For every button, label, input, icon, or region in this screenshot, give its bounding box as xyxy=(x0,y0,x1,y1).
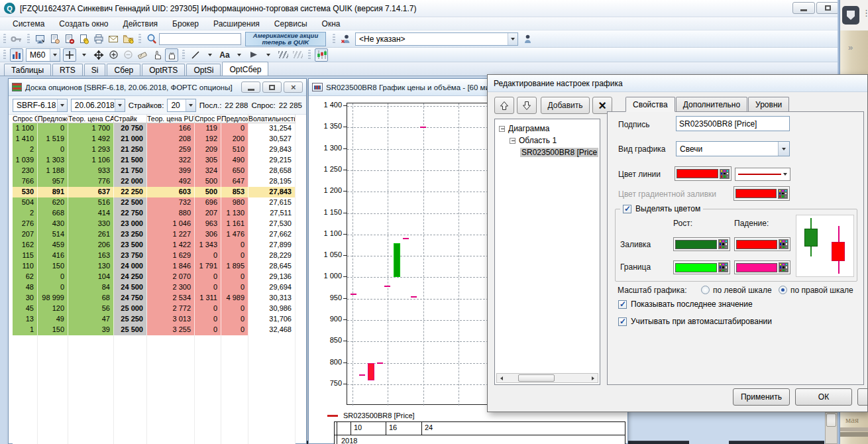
table-row[interactable]: 11015013024 0001 8461 7911 89528,645 xyxy=(13,261,296,272)
crosshair-dropdown[interactable] xyxy=(78,48,91,62)
table-row[interactable]: 1 0391 3031 10621 50032230549029,215 xyxy=(13,155,296,166)
toolbar-grip[interactable] xyxy=(138,34,141,44)
minimize-button[interactable] xyxy=(792,2,815,14)
table-row[interactable]: 53089163722 25060350085327,843 xyxy=(13,187,296,197)
column-header[interactable]: Теор. цена CAL xyxy=(68,115,114,123)
more-options-icon[interactable]: ⋮ xyxy=(862,8,868,18)
tab-optsber[interactable]: OptСбер xyxy=(222,62,268,76)
grab-hand-icon[interactable] xyxy=(165,48,178,62)
dialog-titlebar[interactable]: Редактирование настроек графика xyxy=(488,75,867,92)
monitor-icon[interactable] xyxy=(34,32,47,46)
chevron-down-icon[interactable] xyxy=(50,49,60,61)
table-row[interactable]: 1 4101 5191 49221 00020819220030,527 xyxy=(13,134,296,144)
move-down-button[interactable] xyxy=(517,97,537,114)
menu-broker[interactable]: Брокер xyxy=(165,18,206,30)
highlight-checkbox-row[interactable]: Выделять цветом xyxy=(620,204,703,213)
table-row[interactable]: 27643033023 0001 0469631 16127,530 xyxy=(13,219,296,229)
line-color-swatch[interactable] xyxy=(675,166,732,181)
fill-rise-swatch[interactable] xyxy=(673,237,730,251)
text-tool-dropdown[interactable] xyxy=(233,48,246,62)
table-row[interactable]: 3098 9996824 7502 5341 3114 98930,313 xyxy=(13,293,296,304)
menu-servisy[interactable]: Сервисы xyxy=(267,18,315,30)
crosshair-icon[interactable] xyxy=(63,48,76,62)
envelope-icon[interactable] xyxy=(107,32,120,46)
table-row[interactable]: 13494725 2503 0130031,706 xyxy=(13,314,296,325)
column-header[interactable]: Спрос C xyxy=(13,115,38,123)
scrollbar-thumb[interactable] xyxy=(518,374,555,382)
expiry-date-combo[interactable]: 20.06.2018 xyxy=(71,99,125,112)
text-tool-icon[interactable]: Aa xyxy=(218,48,231,62)
settings-tree[interactable]: Диаграмма Область 1 SR023500BR8 [Price xyxy=(494,119,600,385)
search-input[interactable] xyxy=(159,33,241,45)
scale-left-label[interactable]: по левой шкале xyxy=(713,286,772,295)
key-icon[interactable] xyxy=(10,32,23,46)
add-button[interactable]: Добавить xyxy=(541,97,590,114)
options-board-titlebar[interactable]: Доска опционов [SBRF-6.18, 20.06.2018, Ф… xyxy=(9,79,306,96)
toolbar-grip[interactable] xyxy=(27,34,30,44)
tab-si[interactable]: Si xyxy=(84,64,106,76)
autoscale-row[interactable]: Учитывать при автомасштабировании xyxy=(618,317,772,326)
column-header[interactable]: Волатильность xyxy=(248,115,296,123)
client-combo[interactable]: <Не указан> xyxy=(355,32,518,46)
scale-right-radio[interactable] xyxy=(779,286,787,294)
chevron-down-icon[interactable] xyxy=(778,142,789,156)
table-row[interactable]: 451205625 0002 7720030,986 xyxy=(13,304,296,314)
chart-type-combo[interactable]: Свечи xyxy=(676,141,790,156)
toolbar-grip[interactable] xyxy=(3,34,6,44)
table-row[interactable]: 16245920623 5001 4221 343027,899 xyxy=(13,240,296,250)
strikes-combo[interactable]: 20 xyxy=(167,99,195,112)
printer-icon[interactable] xyxy=(92,32,105,46)
scale-left-radio[interactable] xyxy=(701,286,710,294)
table-row[interactable]: 76695777622 00049250064728,195 xyxy=(13,176,296,187)
tree-item-area[interactable]: Область 1 xyxy=(495,135,600,146)
table-row[interactable]: 1 10001 70020 750166119031,254 xyxy=(13,123,296,134)
search-icon[interactable] xyxy=(145,32,158,46)
table-row[interactable]: 266841422 7508802071 13027,511 xyxy=(13,208,296,219)
gradient-color-swatch[interactable] xyxy=(733,186,790,201)
hatch-tool-icon[interactable] xyxy=(276,48,290,62)
table-row[interactable]: 50462051622 50073269698027,615 xyxy=(13,197,296,208)
document-hand-icon[interactable] xyxy=(48,32,62,46)
tab-optsi[interactable]: OptSi xyxy=(186,64,221,76)
chevron-down-icon[interactable] xyxy=(115,99,125,111)
menu-sistema[interactable]: Система xyxy=(5,18,52,30)
tab-rts[interactable]: RTS xyxy=(52,64,83,76)
table-row[interactable]: 2301 18893321 75039932465028,658 xyxy=(13,166,296,176)
border-fall-swatch[interactable] xyxy=(734,260,790,274)
line-tool-dropdown[interactable] xyxy=(203,48,217,62)
eraser-icon[interactable] xyxy=(136,48,149,62)
column-header[interactable]: Теор. цена PUT xyxy=(147,115,195,123)
tree-item-series[interactable]: SR023500BR8 [Price xyxy=(495,146,600,158)
folder-coins-icon[interactable] xyxy=(121,32,135,46)
maximize-button[interactable] xyxy=(262,82,282,93)
tab-dopolnitelno[interactable]: Дополнительно xyxy=(676,97,747,111)
chevrons-icon[interactable]: » xyxy=(848,42,853,52)
maximize-button[interactable] xyxy=(816,2,839,14)
vertical-scrollbar[interactable] xyxy=(825,412,838,444)
marker-tool-dropdown[interactable] xyxy=(262,48,275,62)
tab-urovni[interactable]: Уровни xyxy=(748,97,789,111)
user-icon[interactable] xyxy=(521,32,534,46)
menu-sozdat-okno[interactable]: Создать окно xyxy=(52,18,115,30)
table-row[interactable]: 20751426123 2501 2273061 47627,662 xyxy=(13,229,296,240)
table-row[interactable]: 201 29321 25025920951029,843 xyxy=(13,144,296,155)
toolbar-grip[interactable] xyxy=(333,34,335,44)
table-row[interactable]: 62010424 2502 0700029,136 xyxy=(13,272,296,282)
menu-okna[interactable]: Окна xyxy=(315,18,348,30)
tree-horizontal-scrollbar[interactable] xyxy=(496,373,598,383)
scrollbar-thumb[interactable] xyxy=(826,414,836,427)
tab-optrts[interactable]: OptRTS xyxy=(142,64,185,76)
collapse-icon[interactable] xyxy=(510,138,515,144)
user-remove-icon[interactable] xyxy=(339,32,353,46)
table-row[interactable]: 11503925 5003 2550032,468 xyxy=(13,325,296,335)
scroll-right-icon[interactable] xyxy=(588,374,598,382)
show-last-checkbox[interactable] xyxy=(618,300,627,309)
column-header[interactable]: Спрос P xyxy=(195,115,221,123)
line-tool-icon[interactable] xyxy=(189,48,202,62)
tab-tablicy[interactable]: Таблицы xyxy=(4,64,51,76)
ok-button[interactable]: ОК xyxy=(795,388,852,406)
interval-combo[interactable]: M60 xyxy=(26,48,60,62)
toolbar-grip[interactable] xyxy=(308,50,311,60)
move-up-button[interactable] xyxy=(494,97,514,114)
tab-sber[interactable]: Сбер xyxy=(107,64,140,76)
